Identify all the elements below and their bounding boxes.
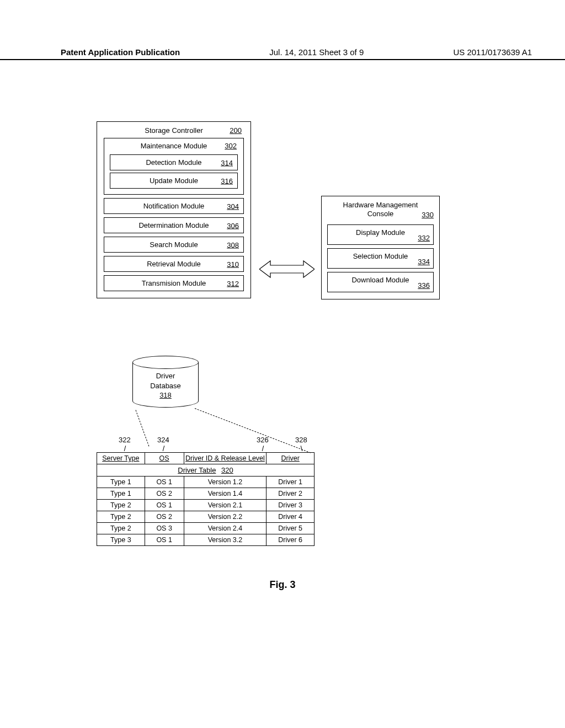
download-module-box: Download Module 336 [327, 272, 434, 292]
table-row: Type 1OS 2Version 1.4Driver 2 [97, 488, 315, 500]
table-cell: Type 3 [97, 534, 145, 546]
determination-module-label: Determination Module [138, 221, 209, 229]
maintenance-module-title: Maintenance Module 302 [106, 141, 241, 152]
table-cell: OS 1 [145, 500, 184, 511]
tick-icon [163, 446, 165, 451]
hmc-ref: 330 [422, 211, 434, 220]
update-module-label: Update Module [150, 176, 198, 185]
hmc-title: Hardware Management Console 330 [325, 200, 436, 221]
driver-database-line2: Database [133, 381, 198, 391]
hmc-title-line2: Console [325, 210, 436, 218]
table-row: Type 3OS 1Version 3.2Driver 6 [97, 534, 315, 546]
hmc-title-line1: Hardware Management [325, 201, 436, 210]
detection-module-label: Detection Module [146, 158, 201, 167]
storage-controller-label: Storage Controller [145, 126, 203, 135]
header-os-text: OS [159, 454, 169, 462]
display-module-label: Display Module [356, 228, 405, 237]
transmission-module-ref: 312 [227, 279, 239, 287]
table-cell: Version 1.4 [184, 488, 266, 500]
col-ref-322: 322 [119, 436, 131, 444]
driver-database-ref: 318 [133, 390, 198, 400]
storage-controller-ref: 200 [230, 126, 242, 135]
bidirectional-arrow-icon [259, 258, 315, 280]
notification-module-box: Notification Module 304 [104, 198, 244, 214]
table-cell: Driver 6 [266, 534, 315, 546]
table-cell: Driver 4 [266, 511, 315, 523]
page-header: Patent Application Publication Jul. 14, … [0, 47, 565, 60]
header-driver-text: Driver [281, 454, 299, 462]
table-cell: Version 2.1 [184, 500, 266, 511]
table-cell: OS 1 [145, 477, 184, 488]
search-module-label: Search Module [150, 240, 198, 249]
driver-database-cylinder: Driver Database 318 [132, 356, 199, 411]
header-driver-id: Driver ID & Release Level [184, 453, 266, 464]
table-cell: Type 1 [97, 477, 145, 488]
determination-module-box: Determination Module 306 [104, 217, 244, 233]
driver-table-title-row: Driver Table 320 [97, 464, 315, 477]
table-cell: Version 1.2 [184, 477, 266, 488]
col-ref-328: 328 [295, 436, 307, 444]
driver-database-body: Driver Database 318 [132, 362, 199, 408]
selection-module-box: Selection Module 334 [327, 248, 434, 269]
header-pub-number: US 2011/0173639 A1 [453, 47, 532, 57]
storage-controller-box: Storage Controller 200 Maintenance Modul… [97, 121, 251, 298]
table-cell: Driver 3 [266, 500, 315, 511]
retrieval-module-box: Retrieval Module 310 [104, 256, 244, 272]
driver-database-top-ellipse [132, 356, 199, 369]
driver-table-container: Driver Table 320 Server Type OS Driver I… [97, 452, 315, 546]
col-ref-326-text: 326 [257, 436, 269, 444]
col-ref-328-text: 328 [295, 436, 307, 444]
header-date-sheet: Jul. 14, 2011 Sheet 3 of 9 [269, 47, 364, 57]
maintenance-module-ref: 302 [225, 142, 237, 150]
table-cell: Version 2.4 [184, 523, 266, 534]
table-row: Type 2OS 3Version 2.4Driver 5 [97, 523, 315, 534]
table-cell: Driver 1 [266, 477, 315, 488]
search-module-ref: 308 [227, 240, 239, 249]
display-module-ref: 332 [418, 234, 430, 242]
col-ref-326: 326 [257, 436, 269, 444]
header-driver-id-text: Driver ID & Release Level [185, 454, 265, 462]
download-module-label: Download Module [351, 276, 409, 284]
table-cell: Type 2 [97, 523, 145, 534]
hardware-management-console-box: Hardware Management Console 330 Display … [321, 196, 440, 299]
table-cell: Type 2 [97, 511, 145, 523]
detection-module-box: Detection Module 314 [110, 154, 238, 170]
driver-table-title-ref: 320 [221, 466, 233, 474]
display-module-box: Display Module 332 [327, 224, 434, 245]
table-cell: Version 3.2 [184, 534, 266, 546]
transmission-module-box: Transmision Module 312 [104, 275, 244, 291]
table-row: Type 2OS 1Version 2.1Driver 3 [97, 500, 315, 511]
header-publication: Patent Application Publication [61, 47, 180, 57]
selection-module-ref: 334 [418, 258, 430, 266]
table-cell: OS 2 [145, 511, 184, 523]
table-cell: OS 1 [145, 534, 184, 546]
table-cell: OS 3 [145, 523, 184, 534]
driver-database-line1: Driver [133, 371, 198, 381]
driver-table-title-cell: Driver Table 320 [97, 464, 315, 477]
update-module-ref: 316 [221, 176, 233, 185]
svg-marker-0 [259, 261, 315, 277]
tick-icon [301, 446, 303, 451]
table-cell: Type 2 [97, 500, 145, 511]
table-cell: Type 1 [97, 488, 145, 500]
driver-table: Driver Table 320 Server Type OS Driver I… [97, 452, 315, 546]
tick-icon [124, 446, 126, 451]
header-os: OS [145, 453, 184, 464]
tick-icon [262, 446, 264, 451]
notification-module-label: Notification Module [143, 202, 205, 210]
header-server-type-text: Server Type [102, 454, 139, 462]
update-module-box: Update Module 316 [110, 173, 238, 189]
transmission-module-label: Transmision Module [142, 279, 206, 287]
determination-module-ref: 306 [227, 221, 239, 229]
driver-table-title-label: Driver Table [178, 466, 216, 474]
table-cell: OS 2 [145, 488, 184, 500]
header-driver: Driver [266, 453, 315, 464]
storage-controller-title: Storage Controller 200 [100, 125, 247, 138]
figure-label: Fig. 3 [0, 579, 565, 591]
maintenance-module-label: Maintenance Module [141, 142, 207, 150]
driver-table-header-row: Server Type OS Driver ID & Release Level… [97, 453, 315, 464]
col-ref-322-text: 322 [119, 436, 131, 444]
driver-table-body: Type 1OS 1Version 1.2Driver 1Type 1OS 2V… [97, 477, 315, 546]
col-ref-324-text: 324 [157, 436, 169, 444]
detection-module-ref: 314 [221, 158, 233, 167]
